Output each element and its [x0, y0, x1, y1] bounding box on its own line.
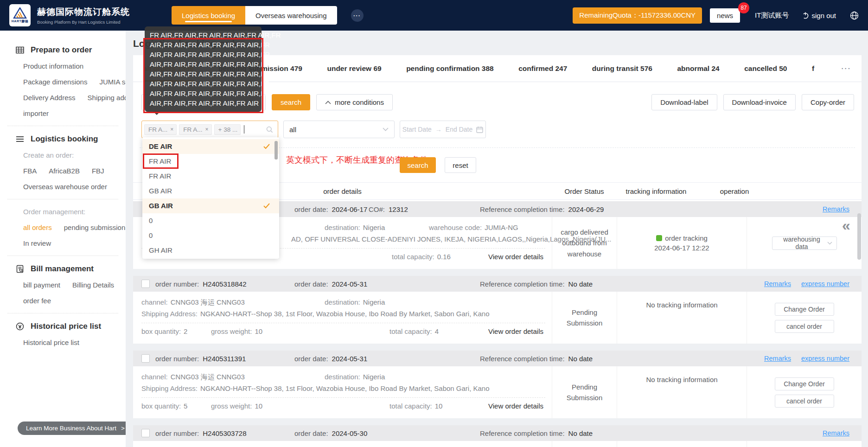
sidebar-item[interactable]: Billing Details	[72, 281, 114, 289]
view-order-details-link[interactable]: View order details	[488, 327, 543, 335]
search-icon	[266, 126, 273, 133]
learn-more-button[interactable]: Learn More Business About Hart >	[18, 421, 133, 435]
order-details-cell: channel:CNNG03 海运 CNNG03 destination:Nig…	[133, 366, 552, 418]
dropdown-option[interactable]: FR AIR	[142, 169, 279, 184]
channel-multiselect[interactable]: FR A...×FR A...×+ 38 ...	[141, 121, 278, 138]
section-divider	[7, 255, 118, 256]
band-link[interactable]: Remarks	[823, 429, 849, 437]
copy-order-button[interactable]: Copy-order	[802, 94, 854, 110]
sidebar-item[interactable]: all orders	[23, 224, 52, 231]
dropdown-scrollbar[interactable]	[274, 141, 278, 160]
order-tracking-link[interactable]: order tracking	[665, 234, 708, 242]
sidebar-item[interactable]: Overseas warehouse order	[23, 183, 107, 191]
operation-button[interactable]: cancel order	[775, 320, 834, 333]
status-tab[interactable]: under review 69	[327, 55, 381, 82]
more-conditions-button[interactable]: more conditions	[316, 94, 393, 110]
sidebar-item[interactable]: Package dimensions	[23, 78, 87, 86]
operation-button[interactable]: Change Order	[775, 303, 834, 316]
hart-logo[interactable]: HART赫德	[9, 4, 31, 26]
status-select[interactable]: all	[283, 121, 395, 138]
sidebar-item[interactable]: FBA	[23, 167, 37, 175]
channel-tag[interactable]: FR A...×	[144, 124, 177, 135]
page-scrollbar[interactable]	[857, 213, 861, 260]
band-link[interactable]: Remarks	[823, 205, 849, 213]
dropdown-option[interactable]: FR AIR	[142, 154, 279, 169]
filter-search-button[interactable]: search	[400, 157, 436, 173]
view-order-details-link[interactable]: View order details	[488, 402, 543, 410]
status-tab[interactable]: f	[812, 55, 817, 82]
download-invoice-button[interactable]: Download-invoice	[723, 94, 796, 110]
remaining-quota-button[interactable]: RemainingQuota：-11572336.00CNY	[573, 7, 702, 24]
band-link[interactable]: express number	[801, 280, 849, 287]
band-links: Remarksexpress number	[764, 280, 862, 287]
row-checkbox[interactable]	[141, 429, 150, 437]
dropdown-option[interactable]: GH AIR	[142, 243, 279, 258]
dropdown-option[interactable]: DE AIR	[142, 139, 279, 154]
dropdown-option[interactable]: GB AIR	[142, 184, 279, 198]
filter-reset-button[interactable]: reset	[445, 157, 476, 173]
sidebar-row: Package dimensionsJUMIA shop	[0, 78, 126, 86]
status-tab[interactable]: cancelled 50	[744, 55, 787, 82]
sidebar-row: Order management:	[0, 208, 126, 216]
check-icon	[263, 203, 270, 209]
app-title: 赫德国际物流订舱系统	[37, 6, 130, 18]
status-tab[interactable]: abnormal 24	[677, 55, 719, 82]
channel-tag[interactable]: + 38 ...	[214, 124, 241, 135]
order-band: order number:H2405303728 order date:2024…	[133, 425, 862, 441]
view-order-details-link[interactable]: View order details	[488, 253, 543, 261]
collapse-panel-icon[interactable]: «	[842, 217, 850, 234]
order-band: order number:H2405311391 order date:2024…	[133, 351, 862, 366]
more-apps-button[interactable]: ···	[351, 9, 364, 22]
news-button[interactable]: news	[710, 8, 740, 23]
band-link[interactable]: express number	[801, 355, 849, 362]
tag-label: FR A...	[183, 126, 202, 133]
row-checkbox[interactable]	[141, 354, 150, 363]
dropdown-option[interactable]: 0	[142, 228, 279, 243]
close-icon[interactable]: ×	[205, 126, 209, 133]
sidebar-item[interactable]: bill payment	[23, 281, 60, 289]
sign-out-label: sign out	[811, 12, 836, 19]
account-name[interactable]: IT测试账号	[755, 11, 789, 20]
sidebar-item[interactable]: importer	[23, 109, 49, 117]
tracking-cell: order tracking 2024-06-17 12:22	[617, 217, 747, 269]
nav-tab-logistics-booking[interactable]: Logistics booking	[172, 6, 245, 25]
status-tab[interactable]: during transit 576	[592, 55, 652, 82]
sidebar-item[interactable]: AfricaB2B	[49, 167, 80, 175]
operation-button[interactable]: cancel order	[775, 395, 834, 408]
operation-cell: Change Ordercancel order	[747, 441, 862, 447]
sidebar-row: FBAAfricaB2BFBJ	[0, 167, 126, 175]
sidebar-section-label: Historical price list	[31, 322, 101, 331]
nav-tab-overseas-warehousing[interactable]: Overseas warehousing	[245, 6, 337, 25]
order-status-cell: Pending Submission	[552, 441, 617, 447]
status-tab[interactable]: pending confirmation 388	[406, 55, 494, 82]
band-link[interactable]: Remarks	[764, 355, 791, 362]
operation-cell: Change Ordercancel order	[747, 292, 862, 344]
sign-out-button[interactable]: sign out	[802, 12, 836, 19]
status-tab[interactable]: confirmed 247	[518, 55, 567, 82]
search-button[interactable]: search	[272, 94, 310, 110]
channel-tag[interactable]: FR A...×	[179, 124, 211, 135]
close-icon[interactable]: ×	[170, 126, 173, 133]
sidebar-item[interactable]: In review	[23, 239, 51, 247]
sidebar-item[interactable]: Delivery Address	[23, 94, 76, 102]
operation-cell: Change Ordercancel order	[747, 366, 862, 418]
sidebar-item[interactable]: FBJ	[92, 167, 104, 175]
range-arrow-icon: →	[435, 126, 442, 133]
sidebar-item[interactable]: pending submission	[64, 224, 126, 231]
operation-button[interactable]: Change Order	[775, 377, 834, 390]
row-checkbox[interactable]	[141, 280, 150, 288]
more-tabs-button[interactable]: ···	[841, 64, 851, 73]
sidebar-section-title: Prepare to order	[0, 45, 126, 55]
dropdown-option[interactable]: 0	[142, 213, 279, 228]
dropdown-option[interactable]: GB AIR	[142, 198, 279, 213]
sidebar-section-title: Logistics booking	[0, 134, 126, 144]
sidebar-item[interactable]: Historical price list	[23, 338, 79, 346]
globe-icon[interactable]	[850, 11, 859, 20]
date-range-picker[interactable]: Start Date → End Date	[400, 121, 486, 138]
sidebar-item[interactable]: Product information	[23, 62, 83, 70]
download-label-button[interactable]: Download-label	[651, 94, 717, 110]
warehousing-data-select[interactable]: warehousing data	[772, 236, 837, 250]
sidebar-item[interactable]: order fee	[23, 297, 51, 305]
band-link[interactable]: Remarks	[764, 280, 791, 287]
power-icon	[802, 12, 809, 19]
